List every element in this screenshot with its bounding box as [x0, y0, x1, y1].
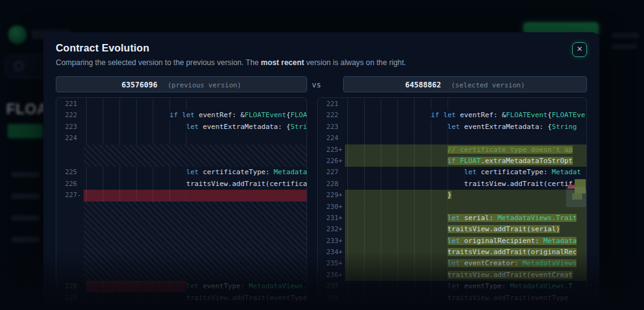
code-line: 234+traitsView.addTrait(originalRec [318, 247, 586, 258]
previous-version-note: (previous version) [163, 81, 242, 89]
code-line: 228 let eventType: MetadataViews. [56, 281, 307, 292]
diff-left-lines: 221 222 if let eventRef: &FLOATEvent{FLO… [56, 98, 307, 304]
vs-label: vs [311, 80, 321, 89]
code-line: 223 let eventExtraMetadata: {String [318, 122, 586, 133]
contract-evolution-modal: Contract Evolution Comparing the selecte… [43, 32, 599, 310]
code-line: 223 let eventExtraMetadata: {String [56, 122, 307, 133]
selected-version-number: 64588862 [405, 81, 441, 89]
code-line: 232+traitsView.addTrait(serial) [318, 224, 586, 235]
code-line: 235+let eventCreator: MetadataViews [318, 258, 586, 269]
close-button[interactable]: ✕ [572, 42, 587, 57]
code-line: 233+let originalRecipient: Metadata [318, 236, 586, 247]
code-line: 222 if let eventRef: &FLOATEvent{FLOATEv… [56, 110, 307, 121]
code-line: 225+// certificate type doesn't ap [318, 144, 586, 156]
diff-minimap[interactable] [566, 177, 586, 211]
code-line: 221 [56, 99, 307, 110]
version-bar-previous: 63576096 (previous version) [56, 76, 307, 92]
code-line: 226+if FLOAT.extraMetadataToStrOpt [318, 156, 586, 167]
code-line: 224 [318, 133, 586, 144]
code-line: 229+} [318, 190, 586, 201]
code-line: 236+traitsView.addTrait(eventCreat [318, 270, 586, 281]
code-line: 238 traitsView.addTrait(eventType [318, 293, 586, 304]
code-line: 237 let eventType: MetadataViews.T [318, 281, 586, 292]
code-line: 222 if let eventRef: &FLOATEvent{FLOATEv… [318, 110, 586, 121]
diff-panel-previous[interactable]: 221 222 if let eventRef: &FLOATEvent{FLO… [56, 97, 307, 310]
code-line: 225 let certificateType: MetadataView [56, 167, 307, 178]
diff-collapsed-region [56, 202, 307, 281]
code-line: 229 traitsView.addTrait(eventType [56, 293, 307, 304]
modal-subtitle: Comparing the selected version to the pr… [56, 58, 406, 67]
code-line: 231+let serial: MetadataViews.Trait [318, 213, 586, 224]
page: { "background": { "heading": "FLOA" }, "… [0, 0, 644, 310]
code-line: 230+ [318, 202, 586, 213]
code-line: 227 let certificateType: Metadat [318, 167, 586, 178]
modal-title: Contract Evolution [56, 42, 406, 54]
diff-collapsed-region [56, 144, 307, 167]
selected-version-note: (selected version) [447, 81, 525, 89]
code-line: 227- [56, 190, 307, 201]
code-line: 221 [318, 99, 586, 110]
code-line: 228 traitsView.addTrait(certif [318, 179, 586, 190]
previous-version-number: 63576096 [121, 81, 157, 89]
diff-panel-selected[interactable]: 221 222 if let eventRef: &FLOATEvent{FLO… [317, 97, 587, 310]
code-line: 226 traitsView.addTrait(certificate [56, 179, 307, 190]
diff-right-lines: 221 222 if let eventRef: &FLOATEvent{FLO… [318, 98, 586, 304]
minimap-slider[interactable] [566, 187, 586, 207]
close-icon: ✕ [577, 45, 583, 53]
code-line: 224 [56, 133, 307, 144]
version-bar-selected: 64588862 (selected version) [343, 76, 587, 92]
